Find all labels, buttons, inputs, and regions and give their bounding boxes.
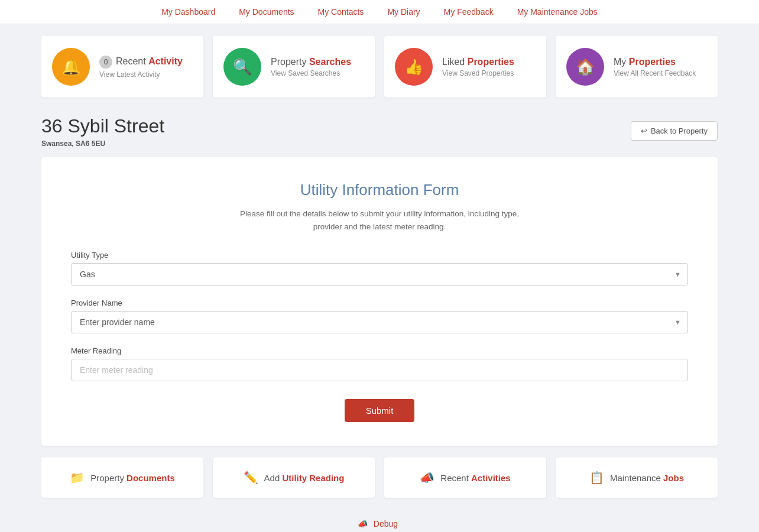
widget-property-searches-title: Property Searches: [271, 57, 351, 67]
debug-footer: 📣 Debug: [0, 510, 759, 532]
back-to-property-button[interactable]: ↩ Back to Property: [631, 121, 718, 141]
nav-my-diary[interactable]: My Diary: [387, 7, 420, 17]
bottom-tiles: 📁 Property Documents ✏️ Add Utility Read…: [0, 458, 759, 510]
meter-reading-input[interactable]: [71, 359, 688, 381]
tile-recent-activities[interactable]: 📣 Recent Activities: [384, 458, 546, 498]
back-arrow-icon: ↩: [641, 126, 647, 135]
widget-my-properties-subtitle: View All Recent Feedback: [614, 69, 696, 77]
provider-name-select[interactable]: Enter provider name: [71, 311, 688, 333]
bell-icon: 🔔: [52, 48, 90, 86]
thumbsup-icon: 👍: [395, 48, 433, 86]
tile-property-documents[interactable]: 📁 Property Documents: [41, 458, 203, 498]
property-title: 36 Sybil Street: [41, 115, 164, 137]
nav-my-contacts[interactable]: My Contacts: [318, 7, 364, 17]
megaphone-icon: 📣: [420, 471, 434, 485]
provider-name-select-wrapper: Enter provider name: [71, 311, 688, 333]
tile-add-utility-reading[interactable]: ✏️ Add Utility Reading: [213, 458, 375, 498]
widget-liked-properties[interactable]: 👍 Liked Properties View Saved Properties: [384, 36, 546, 98]
back-button-label: Back to Property: [651, 126, 708, 135]
debug-label[interactable]: Debug: [374, 519, 398, 528]
utility-type-label: Utility Type: [71, 251, 688, 259]
top-navigation: My Dashboard My Documents My Contacts My…: [0, 0, 759, 24]
nav-my-dashboard[interactable]: My Dashboard: [161, 7, 215, 17]
folder-icon: 📁: [70, 471, 85, 485]
provider-name-label: Provider Name: [71, 299, 688, 307]
property-header: 36 Sybil Street Swansea, SA6 5EU ↩ Back …: [0, 109, 759, 151]
nav-my-maintenance-jobs[interactable]: My Maintenance Jobs: [517, 7, 598, 17]
widget-liked-properties-subtitle: View Saved Properties: [442, 69, 514, 77]
nav-my-feedback[interactable]: My Feedback: [444, 7, 494, 17]
utility-type-group: Utility Type Gas Electric Water Oil: [71, 251, 688, 286]
clipboard-icon: 📋: [589, 471, 604, 485]
meter-reading-label: Meter Reading: [71, 346, 688, 355]
widgets-row: 🔔 0Recent Activity View Latest Activity …: [0, 24, 759, 109]
widget-recent-activity-subtitle: View Latest Activity: [99, 70, 183, 79]
activity-badge: 0: [99, 56, 112, 69]
nav-my-documents[interactable]: My Documents: [239, 7, 294, 17]
widget-recent-activity-title: 0Recent Activity: [99, 56, 183, 69]
tile-maintenance-jobs[interactable]: 📋 Maintenance Jobs: [556, 458, 718, 498]
widget-property-searches-subtitle: View Saved Searches: [271, 69, 351, 77]
utility-form-container: Utility Information Form Please fill out…: [41, 157, 718, 446]
submit-button[interactable]: Submit: [345, 399, 415, 422]
widget-recent-activity[interactable]: 🔔 0Recent Activity View Latest Activity: [41, 36, 203, 98]
utility-type-select-wrapper: Gas Electric Water Oil: [71, 263, 688, 286]
widget-my-properties-title: My Properties: [614, 57, 696, 67]
meter-reading-group: Meter Reading: [71, 346, 688, 381]
widget-property-searches[interactable]: 🔍 Property Searches View Saved Searches: [213, 36, 375, 98]
home-icon: 🏠: [566, 48, 604, 86]
search-icon: 🔍: [223, 48, 261, 86]
property-address: Swansea, SA6 5EU: [41, 140, 164, 148]
debug-megaphone-icon: 📣: [358, 519, 368, 528]
widget-liked-properties-title: Liked Properties: [442, 57, 514, 67]
form-description: Please fill out the details below to sub…: [71, 207, 688, 233]
pencil-icon: ✏️: [244, 471, 258, 485]
utility-type-select[interactable]: Gas Electric Water Oil: [71, 263, 688, 286]
provider-name-group: Provider Name Enter provider name: [71, 299, 688, 333]
form-title: Utility Information Form: [71, 181, 688, 199]
widget-my-properties[interactable]: 🏠 My Properties View All Recent Feedback: [556, 36, 718, 98]
